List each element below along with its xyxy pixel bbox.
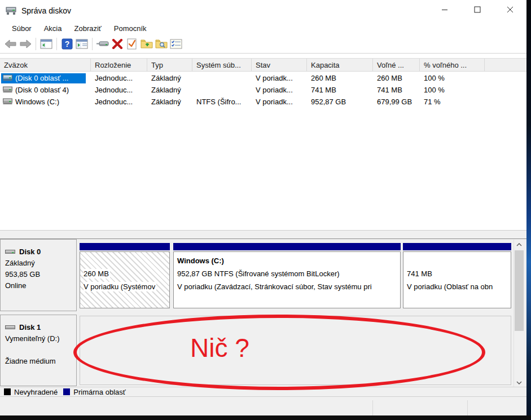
partition-title: Windows (C:) [177, 254, 397, 267]
scroll-down-icon[interactable] [514, 378, 524, 387]
show-console-tree-icon[interactable] [39, 37, 54, 51]
forward-icon[interactable] [18, 37, 33, 51]
back-icon[interactable] [3, 37, 18, 51]
volume-disk-icon [3, 74, 12, 81]
cell-status: V poriadk... [252, 74, 307, 82]
app-disk-icon [6, 7, 16, 15]
rescan-disks-icon[interactable] [95, 37, 110, 51]
window-controls [428, 0, 526, 21]
cell-capacity: 260 MB [307, 74, 373, 82]
window-title: Správa diskov [21, 6, 71, 15]
desktop-background-strip [526, 0, 531, 415]
col-type[interactable]: Typ [147, 59, 192, 71]
cell-free: 741 MB [373, 86, 420, 94]
mark-active-icon[interactable] [125, 37, 139, 51]
volume-name: Windows (C:) [15, 98, 59, 106]
vertical-scrollbar[interactable] [514, 240, 524, 387]
cell-type: Základný [147, 98, 192, 106]
toolbar-separator [92, 38, 93, 50]
legend-unallocated: Nevyhradené [4, 388, 58, 396]
disk-status: Online [5, 280, 72, 291]
properties-icon[interactable] [169, 37, 183, 51]
open-folder-icon[interactable] [139, 37, 154, 51]
status-divider [372, 400, 373, 415]
disk-type: Vymeniteľný (D:) [5, 333, 72, 344]
table-row[interactable]: (Disk 0 oblasť 4) Jednoduc... Základný V… [0, 84, 526, 96]
legend-label: Primárna oblasť [73, 388, 125, 396]
cell-layout: Jednoduc... [91, 98, 147, 106]
cell-filesystem: NTFS (Šifro... [192, 98, 252, 106]
volume-name-cell[interactable]: (Disk 0 oblasť 4) [1, 85, 86, 95]
volume-name: (Disk 0 oblasť 4) [15, 86, 69, 94]
scrollbar-thumb[interactable] [515, 250, 524, 331]
col-volume[interactable]: Zväzok [0, 59, 91, 71]
primary-partition-bar [173, 243, 401, 250]
disk1-no-media-area[interactable] [80, 316, 511, 385]
cell-capacity: 741 MB [307, 86, 373, 94]
cell-capacity: 952,87 GB [307, 98, 373, 106]
maximize-button[interactable] [461, 0, 494, 19]
partition-status: V poriadku (Oblasť na obn [407, 280, 507, 293]
show-action-pane-icon[interactable] [74, 37, 89, 51]
titlebar: Správa diskov [0, 0, 526, 21]
cell-free: 679,99 GB [373, 98, 420, 106]
disk1-info-panel[interactable]: Disk 1 Vymeniteľný (D:) Žiadne médium [0, 315, 77, 386]
volume-name-cell[interactable]: Windows (C:) [1, 97, 86, 107]
delete-volume-icon[interactable] [110, 37, 125, 51]
partition-title [84, 254, 166, 267]
disk0-info-panel[interactable]: Disk 0 Základný 953,85 GB Online [0, 239, 77, 311]
scroll-up-icon[interactable] [514, 240, 524, 249]
explore-folder-icon[interactable] [154, 37, 169, 51]
unallocated-swatch [4, 388, 11, 395]
disk-management-window: Správa diskov Súbor Akcia Zobraziť Pomoc… [0, 0, 526, 415]
partition-status: V poriadku (Systémov [84, 280, 166, 293]
close-button[interactable] [494, 0, 526, 19]
col-layout[interactable]: Rozloženie [91, 59, 147, 71]
cell-layout: Jednoduc... [91, 74, 147, 82]
disk1-row: Disk 1 Vymeniteľný (D:) Žiadne médium [0, 315, 511, 386]
partition-recovery[interactable]: 741 MB V poriadku (Oblasť na obn [403, 243, 511, 308]
primary-partition-bar [80, 243, 170, 250]
help-icon[interactable]: ? [60, 37, 74, 51]
col-free[interactable]: Voľné ... [373, 59, 420, 71]
cell-free-pct: 100 % [420, 86, 485, 94]
minimize-button[interactable] [428, 0, 461, 19]
primary-partition-swatch [63, 388, 70, 395]
disk-name: Disk 1 [19, 322, 41, 333]
volumes-table-header: Zväzok Rozloženie Typ Systém súb... Stav… [0, 58, 526, 72]
cell-status: V poriadk... [252, 86, 307, 94]
menu-file[interactable]: Súbor [6, 23, 38, 34]
partition-efi[interactable]: 260 MB V poriadku (Systémov [80, 243, 170, 308]
cell-type: Základný [147, 86, 192, 94]
menu-help[interactable]: Pomocník [108, 23, 153, 34]
cell-free-pct: 71 % [420, 98, 485, 106]
statusbar [0, 396, 526, 415]
disk0-row: Disk 0 Základný 953,85 GB Online 260 MB … [0, 239, 511, 311]
disk-type: Základný [5, 258, 72, 269]
table-row[interactable]: Windows (C:) Jednoduc... Základný NTFS (… [0, 96, 526, 108]
menu-action[interactable]: Akcia [38, 23, 68, 34]
volume-name: (Disk 0 oblasť ... [15, 74, 68, 82]
toolbar: ? [0, 35, 526, 54]
table-row[interactable]: (Disk 0 oblasť ... Jednoduc... Základný … [0, 72, 526, 84]
disk-icon [5, 325, 15, 330]
partition-size: 260 MB [84, 267, 166, 280]
partition-size: 952,87 GB NTFS (Šifrované systémom BitLo… [177, 267, 397, 280]
cell-status: V poriadk... [252, 98, 307, 106]
pane-splitter[interactable] [0, 230, 526, 239]
cell-free-pct: 100 % [420, 74, 485, 82]
volume-name-cell[interactable]: (Disk 0 oblasť ... [1, 73, 86, 83]
col-free-pct[interactable]: % voľného ... [420, 59, 485, 71]
graphical-view: Disk 0 Základný 953,85 GB Online 260 MB … [0, 239, 526, 396]
partition-windows-c[interactable]: Windows (C:) 952,87 GB NTFS (Šifrované s… [173, 243, 401, 308]
menu-view[interactable]: Zobraziť [68, 23, 108, 34]
partition-title [407, 254, 507, 267]
primary-partition-bar [403, 243, 511, 250]
volume-disk-icon [3, 86, 12, 93]
disk-name: Disk 0 [19, 246, 41, 258]
col-status[interactable]: Stav [252, 59, 307, 71]
partition-size: 741 MB [407, 267, 507, 280]
disk-icon [5, 250, 15, 255]
col-filesystem[interactable]: Systém súb... [192, 59, 252, 71]
col-capacity[interactable]: Kapacita [307, 59, 373, 71]
